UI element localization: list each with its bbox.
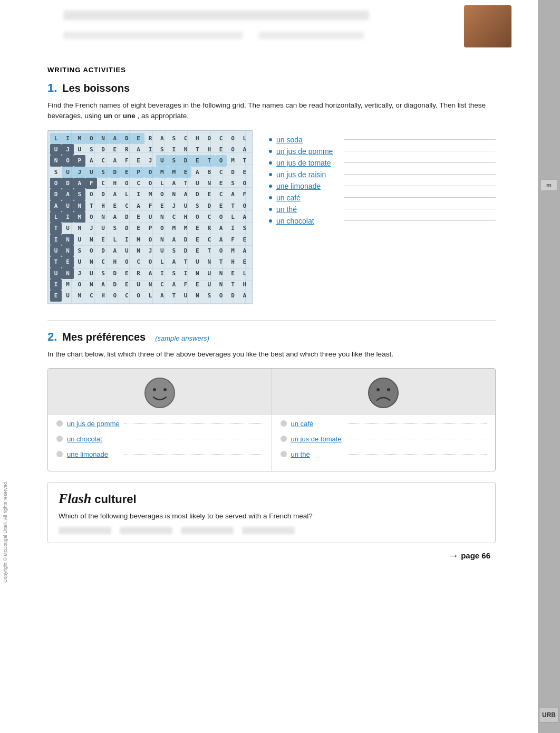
grid-cell: R [121, 144, 132, 155]
happy-smiley-icon [144, 377, 176, 409]
grid-cell: L [156, 178, 168, 189]
grid-cell: S [239, 223, 250, 234]
grid-cell: H [227, 256, 238, 267]
grid-cell: O [239, 178, 250, 189]
svg-point-3 [369, 378, 398, 408]
pref-line [124, 439, 263, 439]
grid-cell: U [191, 178, 203, 189]
grid-cell: O [74, 279, 85, 290]
grid-cell: S [85, 144, 97, 155]
grid-cell: A [239, 290, 250, 301]
grid-cell: N [74, 290, 85, 301]
grid-cell: A [109, 155, 121, 166]
pref-line [348, 439, 487, 439]
grid-cell: M [132, 234, 144, 245]
flash-text: Which of the following beverages is most… [59, 511, 485, 522]
exercise2-instructions: In the chart below, list which three of … [47, 349, 496, 360]
grid-cell: S [227, 178, 238, 189]
pref-bullet [281, 451, 287, 457]
answer-line [344, 197, 496, 198]
flash-italic: Flash [59, 491, 91, 507]
bullet-icon [269, 173, 272, 176]
grid-cell: L [239, 133, 250, 144]
grid-cell: J [85, 223, 97, 234]
grid-cell: M [168, 223, 180, 234]
flash-culturel: Flash culturel Which of the following be… [47, 482, 496, 543]
grid-cell: M [74, 211, 85, 223]
exercise1-title-text: Les boissons [62, 82, 130, 94]
grid-cell: D [121, 211, 132, 223]
grid-cell: C [204, 234, 215, 245]
grid-cell: N [74, 200, 85, 211]
grid-cell: S [168, 155, 180, 166]
beverage-name: un chocolat [276, 217, 340, 225]
grid-cell: I [62, 133, 73, 144]
grid-cell: H [97, 200, 109, 211]
pref-name: un jus de tomate [291, 435, 344, 443]
grid-cell: E [215, 178, 227, 189]
grid-cell: E [50, 290, 62, 301]
grid-cell: S [74, 245, 85, 256]
grid-cell: H [97, 290, 109, 301]
grid-cell: R [144, 133, 156, 144]
grid-cell: N [156, 234, 168, 245]
svg-point-1 [153, 388, 156, 391]
grid-cell: H [204, 144, 215, 155]
answer-line [344, 174, 496, 175]
grid-cell: U [156, 245, 168, 256]
grid-cell: D [227, 167, 238, 178]
grid-cell: U [204, 279, 215, 290]
main-content: WRITING ACTIVITIES 1. Les boissons Find … [0, 61, 538, 577]
exercise1-instructions: Find the French names of eight beverages… [47, 100, 496, 122]
grid-cell: U [121, 245, 132, 256]
pref-chart-body: un jus de pomme un chocolat une limonade… [48, 414, 495, 471]
grid-cell: M [227, 155, 238, 166]
grid-cell: F [144, 200, 156, 211]
grid-cell: E [121, 268, 132, 279]
grid-cell: N [62, 234, 73, 245]
grid-cell: N [85, 256, 97, 267]
grid-letters-container: LIMONADERASCHOCOLUJUSDERAISINTHEOANOPACA… [48, 131, 253, 304]
pref-col-header-right [272, 369, 496, 414]
grid-cell: U [74, 234, 85, 245]
grid-cell: A [74, 178, 85, 189]
grid-cell: C [121, 200, 132, 211]
word-search-grid: LIMONADERASCHOCOLUJUSDERAISINTHEOANOPACA… [47, 130, 253, 304]
grid-cell: A [109, 189, 121, 200]
grid-cell: H [109, 256, 121, 267]
grid-cell: O [156, 189, 168, 200]
grid-cell: S [191, 200, 203, 211]
header-blur-1 [63, 11, 369, 20]
pref-item: un jus de tomate [281, 435, 487, 443]
grid-cell: U [85, 167, 97, 178]
grid-cell: C [156, 279, 168, 290]
grid-cell: N [97, 133, 109, 144]
grid-cell: N [191, 268, 203, 279]
grid-cell: U [97, 223, 109, 234]
beverage-name: un café [276, 194, 340, 202]
pref-chart: un jus de pomme un chocolat une limonade… [47, 368, 496, 471]
grid-cell: O [144, 234, 156, 245]
grid-cell: I [180, 268, 191, 279]
grid-cell: D [121, 133, 132, 144]
grid-cell: L [50, 133, 62, 144]
grid-cell: U [180, 290, 191, 301]
grid-cell: S [204, 290, 215, 301]
pref-bullet [56, 436, 63, 442]
grid-cell: L [121, 189, 132, 200]
grid-cell: L [239, 268, 250, 279]
grid-cell: C [168, 211, 180, 223]
grid-cell: T [204, 155, 215, 166]
exercise2-number: 2. [47, 330, 57, 344]
pref-line [124, 454, 263, 455]
grid-cell: U [50, 245, 62, 256]
grid-cell: J [74, 167, 85, 178]
grid-cell: E [156, 200, 168, 211]
page-label: page 66 [461, 551, 490, 560]
bullet-icon [269, 219, 272, 223]
grid-cell: E [239, 167, 250, 178]
bullet-icon [269, 185, 272, 188]
bullet-icon [269, 161, 272, 165]
grid-cell: A [132, 200, 144, 211]
grid-cell: N [62, 245, 73, 256]
